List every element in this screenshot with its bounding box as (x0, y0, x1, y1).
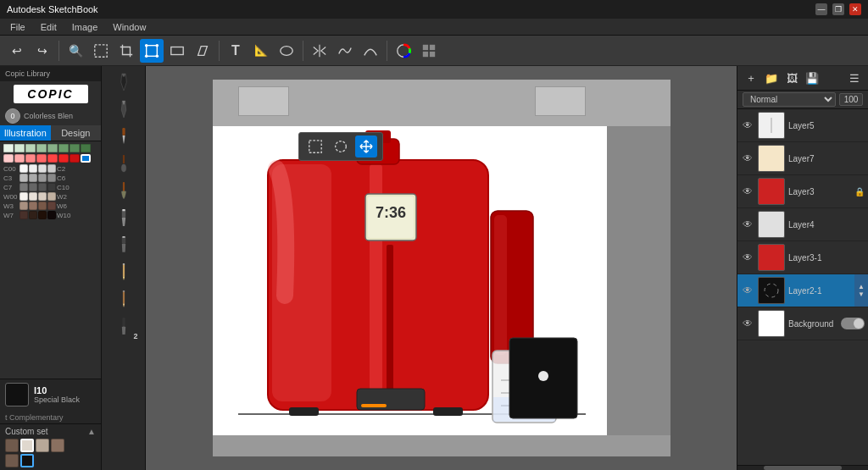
crop-tool[interactable] (114, 39, 138, 63)
swatch-selected[interactable] (81, 154, 91, 163)
brush-tool-9[interactable] (108, 286, 140, 312)
swatch-w10[interactable] (47, 211, 56, 219)
zoom-tool[interactable]: 🔍 (64, 39, 87, 63)
swatch-c5[interactable] (70, 154, 80, 163)
swatch-c0[interactable] (14, 154, 25, 163)
swatch-c7-v[interactable] (19, 183, 28, 191)
lasso-select-btn[interactable] (330, 135, 352, 158)
close-button[interactable]: ✕ (849, 3, 861, 15)
swatch-c2-v[interactable] (47, 164, 56, 173)
ellipse-tool[interactable] (275, 39, 298, 63)
menu-file[interactable]: File (3, 20, 32, 34)
swatch-w6[interactable] (47, 202, 56, 210)
swatch-c1[interactable] (25, 154, 36, 163)
undo-button[interactable]: ↩ (5, 39, 29, 63)
swatch-c00-v[interactable] (19, 164, 28, 173)
maximize-button[interactable]: ❐ (832, 3, 844, 15)
swatch-c2[interactable] (36, 154, 47, 163)
import-layer-button[interactable]: 🖼 (783, 69, 800, 86)
custom-swatch-w6[interactable] (5, 439, 19, 452)
swatch-top-5[interactable] (47, 144, 58, 152)
layer2-1-visibility[interactable]: 👁 (741, 284, 754, 297)
curve-tool[interactable] (359, 39, 382, 63)
swatch-c1-v[interactable] (38, 164, 47, 173)
select-tool[interactable] (89, 39, 113, 63)
swatch-w9[interactable] (38, 211, 47, 219)
minimize-button[interactable]: — (815, 3, 827, 15)
swatch-top-3[interactable] (25, 144, 36, 152)
swatch-c9-v[interactable] (38, 183, 47, 191)
custom-swatch-w3[interactable] (36, 439, 49, 452)
background-toggle[interactable] (841, 318, 865, 329)
opacity-value[interactable]: 100 (839, 93, 863, 106)
layer-item-background[interactable]: 👁 Background (737, 307, 868, 340)
shape-tool[interactable] (165, 39, 189, 63)
custom-swatch-w5[interactable] (51, 439, 64, 452)
layer7-visibility[interactable]: 👁 (741, 152, 754, 165)
layer-item-layer7[interactable]: 👁 Layer7 (737, 142, 868, 175)
background-visibility[interactable]: 👁 (741, 317, 754, 330)
brush-tool-8[interactable] (108, 259, 140, 285)
layer3-visibility[interactable]: 👁 (741, 185, 754, 198)
symmetry-tool[interactable] (308, 39, 331, 63)
transform-tool[interactable] (140, 39, 164, 63)
swatch-c6-v[interactable] (47, 174, 56, 182)
swatch-w2[interactable] (47, 192, 56, 201)
swatch-c3[interactable] (47, 154, 58, 163)
menu-image[interactable]: Image (65, 20, 105, 34)
layer-item-layer5[interactable]: 👁 Layer5 (737, 109, 868, 142)
swatch-c00[interactable] (3, 154, 14, 163)
canvas-area[interactable]: 7:36 (146, 66, 737, 470)
layer-scroll-up[interactable]: ▲ (858, 283, 865, 290)
move-btn[interactable] (355, 135, 377, 158)
grid-tool[interactable] (417, 39, 441, 63)
swatch-top-2[interactable] (14, 144, 25, 152)
layer-item-layer3-1[interactable]: 👁 Layer3-1 (737, 241, 868, 274)
color-wheel-tool[interactable] (392, 39, 415, 63)
swatch-w8[interactable] (29, 211, 37, 219)
swatch-c10-v[interactable] (47, 183, 56, 191)
layer4-visibility[interactable]: 👁 (741, 218, 754, 231)
menu-window[interactable]: Window (106, 20, 153, 34)
swatch-w4[interactable] (29, 202, 37, 210)
folder-layer-button[interactable]: 📁 (763, 69, 780, 86)
drawing-canvas[interactable]: 7:36 (213, 80, 670, 456)
layer-item-layer2-1[interactable]: 👁 Layer2-1 🔒 ▲ ▼ (737, 274, 868, 307)
swatch-w00[interactable] (19, 192, 28, 201)
distort-tool[interactable] (191, 39, 214, 63)
custom-swatch-w6b[interactable] (5, 454, 19, 467)
swatch-top-8[interactable] (81, 144, 91, 152)
swatch-c5-v[interactable] (38, 174, 47, 182)
swatch-top-1[interactable] (3, 144, 14, 152)
brush-tool-3[interactable] (108, 124, 140, 149)
brush-tool-4[interactable] (108, 151, 140, 176)
layer3-1-visibility[interactable]: 👁 (741, 251, 754, 264)
custom-swatch-i10[interactable] (20, 454, 34, 467)
redo-button[interactable]: ↪ (31, 39, 54, 63)
tab-design[interactable]: Design (51, 125, 102, 141)
brush-tool-6[interactable] (108, 205, 140, 230)
swatch-w5[interactable] (38, 202, 47, 210)
custom-swatch-w1[interactable] (20, 439, 34, 452)
swatch-top-7[interactable] (70, 144, 80, 152)
layers-scrollbar[interactable] (737, 465, 868, 470)
brush-stroke-tool[interactable] (333, 39, 357, 63)
swatch-c0-v[interactable] (29, 164, 37, 173)
ruler-tool[interactable]: 📐 (249, 39, 273, 63)
brush-tool-5[interactable] (108, 178, 140, 203)
swatch-c4-v[interactable] (29, 174, 37, 182)
layer-menu-button[interactable]: ☰ (846, 69, 863, 86)
layer-scroll-down[interactable]: ▼ (858, 290, 865, 298)
rect-select-btn[interactable] (304, 135, 326, 158)
swatch-w0[interactable] (29, 192, 37, 201)
export-layer-button[interactable]: 💾 (804, 69, 821, 86)
swatch-top-6[interactable] (58, 144, 69, 152)
brush-tool-1[interactable] (108, 69, 140, 95)
swatch-w1[interactable] (38, 192, 47, 201)
custom-set-collapse[interactable]: ▲ (87, 427, 96, 436)
swatch-c3-v[interactable] (19, 174, 28, 182)
tab-illustration[interactable]: Illustration (0, 125, 51, 141)
layer-item-layer3[interactable]: 👁 Layer3 🔒 (737, 175, 868, 208)
swatch-top-4[interactable] (36, 144, 47, 152)
blend-mode-select[interactable]: Normal (743, 92, 836, 107)
